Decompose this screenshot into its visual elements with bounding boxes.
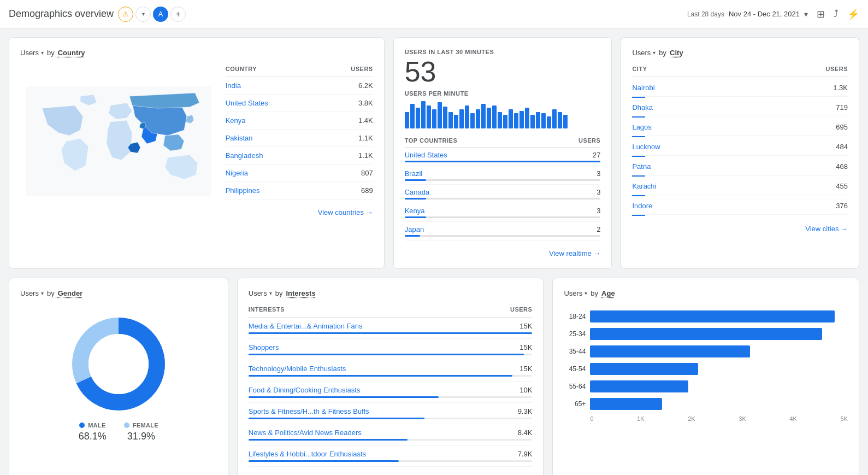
female-value: 31.9% (127, 431, 155, 442)
grid-icon[interactable]: ⊞ (817, 8, 825, 20)
city-name[interactable]: Karachi (632, 182, 656, 190)
bar (459, 109, 464, 128)
country-name[interactable]: India (226, 81, 241, 90)
city-name[interactable]: Nairobi (632, 84, 654, 92)
bar (541, 113, 546, 128)
interest-name[interactable]: Media & Entertai...& Animation Fans (249, 322, 363, 330)
country-name[interactable]: Kenya (226, 116, 246, 125)
country-dropdown[interactable]: ▾ (41, 50, 44, 56)
gender-dropdown[interactable]: ▾ (41, 290, 44, 296)
age-users-label: Users (564, 289, 582, 297)
age-axis-label: 3K (739, 415, 746, 422)
view-realtime-link[interactable]: View realtime → (405, 249, 601, 257)
city-users: 695 (836, 123, 848, 131)
country-name[interactable]: United States (226, 99, 268, 107)
interest-bar-fill (249, 439, 408, 441)
interest-bar-bg (249, 396, 533, 398)
share-icon[interactable]: ⤴ (834, 8, 839, 20)
sparkline-icon[interactable]: ⚡ (847, 8, 859, 20)
interest-row-top: Lifestyles & Hobbi...tdoor Enthusiasts 7… (249, 450, 533, 458)
donut-chart (69, 315, 168, 413)
age-card-header: Users ▾ by Age (564, 289, 848, 297)
age-bar-bg (590, 398, 848, 410)
country-name[interactable]: Philippines (226, 186, 260, 195)
view-cities-link[interactable]: View cities → (632, 225, 848, 233)
city-name[interactable]: Indore (632, 202, 652, 210)
realtime-card: USERS IN LAST 30 MINUTES 53 USERS PER MI… (393, 37, 612, 269)
view-countries-link[interactable]: View countries → (226, 208, 373, 216)
bar (443, 107, 447, 128)
interests-users-label: Users (249, 289, 267, 297)
city-table-row: Nairobi 1.3K (632, 79, 848, 97)
top-countries-header: TOP COUNTRIES USERS (405, 137, 601, 148)
top-country-name[interactable]: Brazil (405, 169, 423, 178)
interest-name[interactable]: Technology/Mobile Enthusiasts (249, 365, 346, 373)
avatar[interactable]: A (153, 7, 168, 22)
realtime-bar-chart (405, 101, 601, 128)
city-bar-marker (632, 175, 645, 177)
city-name[interactable]: Lagos (632, 123, 651, 131)
top-country-row: Japan 2 (405, 222, 601, 241)
city-name[interactable]: Patna (632, 162, 651, 171)
city-name[interactable]: Lucknow (632, 143, 660, 151)
city-name[interactable]: Dhaka (632, 103, 653, 112)
city-bar-marker (632, 136, 645, 137)
country-table-row: India 6.2K (226, 77, 373, 95)
bar (536, 112, 540, 128)
country-users: 6.2K (358, 81, 373, 90)
date-range-value[interactable]: Nov 24 - Dec 21, 2021 (729, 10, 800, 18)
bar (454, 115, 458, 128)
interests-dropdown[interactable]: ▾ (269, 290, 272, 296)
add-button[interactable]: + (170, 7, 186, 22)
bar (498, 112, 502, 128)
country-table-header: COUNTRY USERS (226, 66, 373, 77)
top-country-count: 27 (587, 151, 600, 161)
country-col2: USERS (351, 66, 373, 72)
age-label: 65+ (564, 400, 586, 408)
bar (481, 104, 486, 128)
bar (421, 101, 426, 128)
bar (438, 102, 442, 128)
interest-bar-fill (249, 418, 424, 419)
country-name[interactable]: Nigeria (226, 169, 248, 177)
bar (547, 116, 551, 128)
country-table-row: Pakistan 1.1K (226, 130, 373, 147)
bar (492, 105, 497, 128)
interest-name[interactable]: Food & Dining/Cooking Enthusiasts (249, 386, 361, 394)
city-table-header: CITY USERS (632, 66, 848, 77)
age-row: 45-54 (564, 363, 848, 375)
interest-name[interactable]: Sports & Fitness/H...th & Fitness Buffs (249, 407, 369, 415)
interest-name[interactable]: News & Politics/Avid News Readers (249, 429, 362, 437)
gender-by-label: Gender (58, 289, 83, 297)
bar (563, 115, 568, 128)
top-country-name[interactable]: United States (405, 151, 447, 159)
interest-count: 15K (519, 343, 532, 351)
calendar-chevron[interactable]: ▾ (804, 10, 808, 19)
interest-name[interactable]: Shoppers (249, 343, 279, 351)
dashboard: Users ▾ by Country (0, 28, 868, 475)
city-table: CITY USERS Nairobi 1.3K Dhaka 719 Lagos … (632, 66, 848, 216)
interest-bar-bg (249, 354, 533, 355)
dropdown-arrow[interactable]: ▾ (135, 7, 151, 22)
top-country-row: United States 27 (405, 148, 601, 166)
top-country-name[interactable]: Kenya (405, 207, 425, 215)
page-title: Demographics overview (9, 8, 114, 20)
country-col1: COUNTRY (226, 66, 257, 72)
country-table-row: Kenya 1.4K (226, 112, 373, 130)
interests-col1: INTERESTS (249, 306, 285, 313)
date-range: Last 28 days Nov 24 - Dec 21, 2021 ▾ (687, 10, 808, 19)
interest-name[interactable]: Lifestyles & Hobbi...tdoor Enthusiasts (249, 450, 366, 458)
top-country-bar-fill (405, 216, 426, 218)
country-name[interactable]: Pakistan (226, 134, 253, 142)
top-country-name[interactable]: Japan (405, 225, 424, 233)
country-card-header: Users ▾ by Country (20, 49, 373, 57)
country-name[interactable]: Bangladesh (226, 151, 263, 160)
warning-icon[interactable]: ⚠ (118, 7, 133, 22)
top-country-bar-bg (405, 179, 601, 181)
interest-bar-fill (249, 375, 512, 377)
city-card-header: Users ▾ by City (632, 49, 848, 57)
age-dropdown[interactable]: ▾ (584, 290, 587, 296)
top-country-name[interactable]: Canada (405, 188, 430, 196)
city-dropdown[interactable]: ▾ (653, 50, 656, 56)
male-label: MALE (88, 422, 105, 429)
